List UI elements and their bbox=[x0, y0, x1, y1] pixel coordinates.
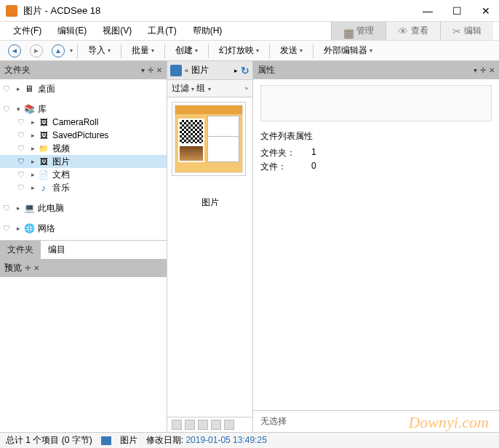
folder-icon bbox=[38, 143, 49, 153]
menu-view[interactable]: 视图(V) bbox=[95, 23, 139, 39]
mode-view-label: 查看 bbox=[411, 25, 428, 37]
send-dd[interactable]: 发送▾ bbox=[274, 42, 308, 59]
props-close-icon[interactable]: ✕ bbox=[489, 66, 495, 74]
create-dd[interactable]: 创建▾ bbox=[169, 42, 204, 59]
minimize-button[interactable]: — bbox=[420, 5, 435, 17]
window-title: 图片 - ACDSee 18 bbox=[23, 4, 420, 17]
thumb-pictures-folder[interactable] bbox=[172, 102, 246, 176]
tree-desktop[interactable]: ⛉▸桌面 bbox=[0, 82, 167, 95]
breadcrumb-bar: « 图片 ▸ bbox=[167, 61, 252, 80]
tree-pictures[interactable]: ⛉▸图片 bbox=[0, 155, 167, 168]
tree-thispc[interactable]: ⛉▸此电脑 bbox=[0, 201, 167, 215]
crumb-arrow-icon[interactable]: « bbox=[185, 67, 188, 74]
sidebar-tab-catalog[interactable]: 编目 bbox=[41, 241, 73, 259]
props-footer: 无选择 bbox=[253, 410, 499, 432]
foot-btn5[interactable] bbox=[224, 420, 234, 430]
props-list-title: 文件列表属性 bbox=[260, 130, 492, 143]
props-file-val: 0 bbox=[311, 161, 316, 173]
preview-close-icon[interactable]: ✕ bbox=[33, 264, 39, 272]
thumbnail-area[interactable]: 图片 bbox=[167, 97, 252, 417]
computer-icon bbox=[23, 203, 35, 213]
props-hdr-label: 属性 bbox=[258, 64, 275, 76]
tree-savedpictures-label: SavedPictures bbox=[52, 130, 108, 140]
status-mod-val: 2019-01-05 13:49:25 bbox=[185, 435, 266, 445]
pictures-icon bbox=[38, 156, 49, 167]
props-folder-label: 文件夹： bbox=[260, 147, 311, 159]
tree-thispc-label: 此电脑 bbox=[38, 202, 64, 215]
maximize-button[interactable]: ☐ bbox=[450, 5, 464, 17]
filter-dd[interactable]: 过滤 ▾ bbox=[172, 82, 194, 95]
thumbnail-footer bbox=[167, 417, 252, 432]
eye-icon bbox=[398, 25, 408, 37]
mode-edit-label: 编辑 bbox=[464, 25, 482, 37]
more-icon[interactable]: » bbox=[245, 85, 248, 92]
tree-library-label: 库 bbox=[38, 103, 47, 116]
up-icon: ▲ bbox=[52, 44, 65, 57]
mode-view[interactable]: 查看 bbox=[386, 22, 440, 40]
tree-video[interactable]: ⛉▸视频 bbox=[0, 142, 167, 155]
nav-fwd-button[interactable]: ► bbox=[26, 42, 47, 60]
tree-network-label: 网络 bbox=[38, 223, 55, 235]
slideshow-dd[interactable]: 幻灯放映▾ bbox=[213, 42, 265, 59]
menu-edit[interactable]: 编辑(E) bbox=[50, 23, 94, 39]
panel-close-icon[interactable]: ✕ bbox=[156, 66, 162, 74]
props-menu-icon[interactable]: ▾ bbox=[474, 66, 477, 74]
breadcrumb-text[interactable]: 图片 bbox=[191, 64, 231, 76]
thumb-label: 图片 bbox=[172, 193, 248, 212]
menu-help[interactable]: 帮助(H) bbox=[185, 23, 230, 39]
preview-pin-icon[interactable]: ✛ bbox=[25, 264, 31, 272]
forward-icon: ► bbox=[30, 44, 43, 57]
network-icon bbox=[23, 223, 35, 233]
tree-docs[interactable]: ⛉▸文档 bbox=[0, 168, 167, 181]
menu-tools[interactable]: 工具(T) bbox=[140, 23, 183, 39]
menu-file[interactable]: 文件(F) bbox=[6, 23, 49, 39]
tree-music[interactable]: ⛉▸音乐 bbox=[0, 181, 167, 194]
group-label: 组 bbox=[196, 83, 205, 93]
status-sel: 图片 bbox=[120, 434, 137, 447]
props-body: 文件列表属性 文件夹：1 文件：0 bbox=[253, 79, 499, 410]
send-label: 发送 bbox=[280, 44, 298, 57]
folder-tree[interactable]: ⛉▸桌面 ⛉▾库 ⛉▸CameraRoll ⛉▸SavedPictures ⛉▸… bbox=[0, 79, 167, 240]
batch-dd[interactable]: 批量▾ bbox=[126, 42, 160, 59]
panel-menu-icon[interactable]: ▾ bbox=[141, 66, 145, 74]
preview-panel-header: 预览 ✛ ✕ bbox=[0, 259, 167, 277]
music-icon bbox=[38, 183, 49, 193]
tree-cameraroll[interactable]: ⛉▸CameraRoll bbox=[0, 116, 167, 129]
close-button[interactable]: ✕ bbox=[479, 5, 493, 17]
nav-history-dd[interactable]: ▾ bbox=[70, 47, 73, 54]
tree-network[interactable]: ⛉▸网络 bbox=[0, 222, 167, 235]
status-mod-label: 修改日期: bbox=[146, 435, 183, 445]
tools-icon bbox=[452, 25, 461, 37]
sidebar-tab-folders[interactable]: 文件夹 bbox=[0, 241, 41, 259]
nav-up-button[interactable]: ▲ bbox=[48, 42, 68, 60]
foot-btn4[interactable] bbox=[211, 420, 221, 430]
import-dd[interactable]: 导入▾ bbox=[82, 42, 116, 59]
tree-pictures-label: 图片 bbox=[52, 156, 70, 168]
crumb-folder-icon[interactable] bbox=[170, 65, 182, 76]
desktop-icon bbox=[23, 84, 35, 94]
mode-manage[interactable]: 管理 bbox=[331, 22, 386, 40]
panel-pin-icon[interactable]: ✛ bbox=[148, 66, 153, 74]
tree-savedpictures[interactable]: ⛉▸SavedPictures bbox=[0, 129, 167, 142]
folders-panel-header: 文件夹 ▾ ✛ ✕ bbox=[0, 61, 167, 79]
tree-desktop-label: 桌面 bbox=[38, 83, 55, 95]
status-total: 总计 1 个项目 (0 字节) bbox=[6, 434, 92, 447]
document-icon bbox=[38, 169, 49, 180]
group-dd[interactable]: 组 ▾ bbox=[196, 82, 210, 95]
grid-icon bbox=[343, 26, 354, 36]
mode-edit[interactable]: 编辑 bbox=[440, 22, 493, 40]
foot-btn1[interactable] bbox=[172, 420, 182, 430]
refresh-icon[interactable] bbox=[241, 65, 250, 76]
tree-video-label: 视频 bbox=[52, 143, 70, 155]
foot-btn2[interactable] bbox=[185, 420, 195, 430]
props-pin-icon[interactable]: ✛ bbox=[480, 66, 486, 74]
external-editor-dd[interactable]: 外部编辑器▾ bbox=[318, 42, 378, 59]
create-label: 创建 bbox=[175, 44, 193, 57]
tree-library[interactable]: ⛉▾库 bbox=[0, 103, 167, 116]
status-sel-icon bbox=[101, 436, 111, 445]
props-file-label: 文件： bbox=[260, 161, 311, 173]
props-folder-val: 1 bbox=[311, 147, 316, 159]
status-bar: 总计 1 个项目 (0 字节) 图片 修改日期: 2019-01-05 13:4… bbox=[0, 432, 499, 448]
nav-back-button[interactable]: ◄ bbox=[4, 42, 25, 60]
foot-btn3[interactable] bbox=[198, 420, 208, 430]
